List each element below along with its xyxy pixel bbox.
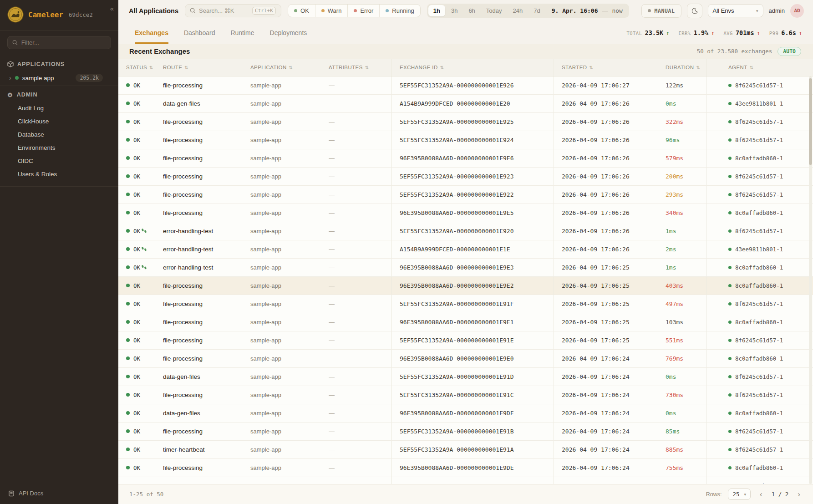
exchange-count-summary: 50 of 23.580 exchanges	[697, 48, 772, 55]
sidebar-item-users-roles[interactable]: Users & Roles	[0, 168, 118, 181]
agent-status-dot	[728, 448, 732, 451]
duration-value: 0ms	[666, 410, 676, 417]
table-row[interactable]: OK data-gen-files sample-app — 5EF55FC31…	[118, 368, 813, 386]
column-header-exchange-id[interactable]: EXCHANGE ID⇅	[391, 59, 554, 76]
route-name: file-processing	[163, 428, 203, 435]
time-range-1h[interactable]: 1h	[428, 5, 445, 16]
sidebar-item-oidc[interactable]: OIDC	[0, 154, 118, 168]
scrollbar-thumb[interactable]	[809, 78, 812, 165]
time-range-today[interactable]: Today	[481, 5, 507, 16]
table-row[interactable]: OK data-gen-files sample-app — A154B9A99…	[118, 95, 813, 113]
attributes-value: —	[329, 118, 335, 125]
duration-value: 541ms	[666, 483, 683, 484]
route-name: data-gen-files	[163, 373, 200, 380]
avatar[interactable]: AD	[790, 4, 804, 18]
tab-deployments[interactable]: Deployments	[270, 22, 307, 44]
table-row[interactable]: OK file-processing sample-app — 5EF55FC3…	[118, 295, 813, 313]
status-dot	[386, 9, 389, 12]
time-range-6h[interactable]: 6h	[463, 5, 480, 16]
agent-status-dot	[728, 138, 732, 142]
status-filter-chip-running[interactable]: Running	[379, 5, 420, 17]
table-row[interactable]: OK timer-heartbeat sample-app — 5EF55FC3…	[118, 441, 813, 459]
agent-status-dot	[728, 229, 732, 233]
next-page-button[interactable]: ›	[795, 490, 803, 498]
table-row[interactable]: OK file-processing sample-app — 5EF55FC3…	[118, 76, 813, 95]
application-name: sample-app	[250, 392, 281, 398]
table-row[interactable]: OK file-processing sample-app — 5EF55FC3…	[118, 386, 813, 404]
time-from-value[interactable]: 9. Apr. 16:06	[552, 7, 598, 14]
table-row[interactable]: OK data-gen-files sample-app — 96E395B00…	[118, 404, 813, 423]
table-row[interactable]: OK file-processing sample-app — 5EF55FC3…	[118, 186, 813, 204]
route-name: timer-heartbeat	[163, 446, 205, 453]
agent-id: 8c0affadb860-1	[735, 264, 783, 271]
started-timestamp: 2026-04-09 17:06:25	[562, 264, 630, 271]
page-indicator: 1 / 2	[772, 491, 789, 498]
table-row[interactable]: OK file-processing sample-app — 5EF55FC3…	[118, 331, 813, 350]
application-name: sample-app	[250, 118, 281, 125]
agent-id: 8c0affadb860-1	[735, 464, 783, 471]
sidebar-filter-input[interactable]	[21, 39, 106, 46]
dark-mode-toggle[interactable]	[687, 4, 702, 18]
sidebar-item-sample-app[interactable]: › sample app 205.2k	[0, 70, 118, 86]
status-filter-chip-warn[interactable]: Warn	[315, 5, 348, 17]
env-select[interactable]: All Envs ▾	[708, 4, 763, 17]
table-row[interactable]: OK error-handling-test sample-app — 96E3…	[118, 259, 813, 277]
table-row[interactable]: OK file-processing sample-app — 96E395B0…	[118, 149, 813, 168]
chevron-right-icon[interactable]: ›	[9, 74, 11, 81]
column-header-duration[interactable]: DURATION⇅	[666, 59, 706, 76]
table-row[interactable]: OK file-processing sample-app — 5EF55FC3…	[118, 423, 813, 441]
tab-runtime[interactable]: Runtime	[230, 22, 254, 44]
sidebar-item-audit-log[interactable]: Audit Log	[0, 102, 118, 115]
started-timestamp: 2026-04-09 17:06:25	[562, 337, 630, 344]
application-name: sample-app	[250, 446, 281, 453]
manual-status-dot	[648, 9, 651, 12]
time-range-24h[interactable]: 24h	[508, 5, 528, 16]
table-row[interactable]: OK file-processing sample-app — 96E395B0…	[118, 204, 813, 222]
status-ok-dot	[126, 411, 130, 415]
manual-refresh-button[interactable]: MANUAL	[641, 4, 681, 18]
sidebar-collapse-icon[interactable]: «	[110, 5, 114, 12]
sidebar-item-database[interactable]: Database	[0, 128, 118, 141]
status-label: OK	[133, 173, 140, 180]
column-header-application[interactable]: APPLICATION⇅	[250, 59, 329, 76]
status-label: OK	[133, 300, 140, 307]
status-filter-chip-error[interactable]: Error	[347, 5, 379, 17]
chevron-down-icon: ▾	[744, 492, 746, 497]
column-header-attributes[interactable]: ATTRIBUTES⇅	[329, 59, 391, 76]
prev-page-button[interactable]: ‹	[757, 490, 765, 498]
auto-refresh-badge[interactable]: AUTO	[777, 47, 801, 56]
started-timestamp: 2026-04-09 17:06:26	[562, 173, 630, 180]
agent-status-dot	[728, 393, 732, 397]
table-row[interactable]: OK file-processing sample-app — 96E395B0…	[118, 277, 813, 295]
status-filter-chip-ok[interactable]: OK	[288, 5, 315, 17]
table-row[interactable]: OK file-processing sample-app — 96E395B0…	[118, 313, 813, 331]
table-row[interactable]: OK timer-heartbeat sample-app — A154B9A9…	[118, 477, 813, 484]
route-name: file-processing	[163, 209, 203, 216]
rows-per-page-select[interactable]: 25 ▾	[728, 489, 751, 500]
status-ok-dot	[126, 265, 130, 269]
time-to-value[interactable]: now	[612, 7, 622, 14]
column-header-status[interactable]: STATUS⇅	[118, 59, 163, 76]
status-label: OK	[133, 118, 140, 125]
table-row[interactable]: OK file-processing sample-app — 5EF55FC3…	[118, 168, 813, 186]
column-header-started[interactable]: STARTED⇅	[554, 59, 666, 76]
table-row[interactable]: OK error-handling-test sample-app — A154…	[118, 240, 813, 259]
column-header-route[interactable]: ROUTE⇅	[163, 59, 250, 76]
table-row[interactable]: OK file-processing sample-app — 5EF55FC3…	[118, 113, 813, 131]
tab-dashboard[interactable]: Dashboard	[184, 22, 215, 44]
duration-value: 200ms	[666, 173, 683, 180]
table-row[interactable]: OK file-processing sample-app — 5EF55FC3…	[118, 131, 813, 149]
table-row[interactable]: OK file-processing sample-app — 96E395B0…	[118, 459, 813, 477]
column-header-agent[interactable]: AGENT⇅	[706, 59, 813, 76]
application-name: sample-app	[250, 100, 281, 107]
sidebar-item-environments[interactable]: Environments	[0, 141, 118, 154]
time-range-7d[interactable]: 7d	[528, 5, 545, 16]
sidebar-item-clickhouse[interactable]: ClickHouse	[0, 115, 118, 128]
api-docs-link[interactable]: API Docs	[0, 484, 118, 504]
global-search-input[interactable]	[199, 7, 249, 14]
time-range-3h[interactable]: 3h	[446, 5, 462, 16]
attributes-value: —	[329, 209, 335, 216]
table-row[interactable]: OK error-handling-test sample-app — 5EF5…	[118, 222, 813, 240]
table-row[interactable]: OK file-processing sample-app — 96E395B0…	[118, 350, 813, 368]
tab-exchanges[interactable]: Exchanges	[135, 22, 168, 44]
